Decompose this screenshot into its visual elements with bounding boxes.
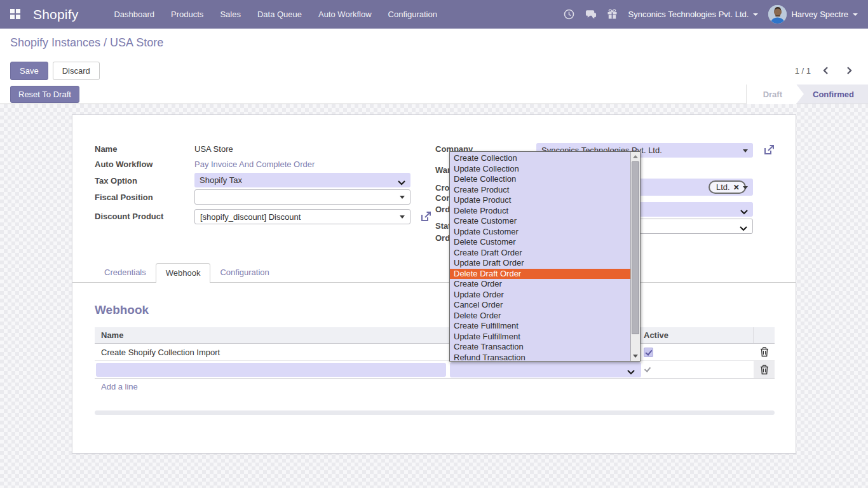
menu-sales[interactable]: Sales [220,10,241,19]
webhook-name-cell[interactable]: Create Shopify Collection Import [95,348,450,357]
chevron-down-icon [753,13,758,16]
discount-product-select[interactable]: [shopify_discount] Discount [194,209,410,224]
table-header: Name Active [95,327,775,344]
discard-button[interactable]: Discard [53,62,100,80]
remove-tag-icon[interactable]: ✕ [733,183,740,192]
dropdown-option[interactable]: Update Order [450,290,630,301]
status-confirmed[interactable]: Confirmed [796,85,868,104]
tax-option-label: Tax Option [95,176,137,186]
dropdown-option[interactable]: Delete Draft Order [450,269,630,280]
avatar [768,5,787,24]
table-row-editing[interactable] [95,361,775,379]
dropdown-option[interactable]: Create Draft Order [450,248,630,259]
dropdown-option[interactable]: Update Draft Order [450,258,630,269]
dropdown-option[interactable]: Delete Customer [450,237,630,248]
clock-icon[interactable] [564,9,575,20]
pager-next-icon[interactable] [846,66,853,75]
status-label-partial: Stat [435,221,451,231]
dropdown-option[interactable]: Update Fulfillment [450,332,630,342]
active-checkbox[interactable] [644,348,653,357]
status-draft[interactable]: Draft [746,85,796,104]
app-brand: Shopify [33,7,78,22]
tab-configuration[interactable]: Configuration [210,263,278,282]
main-menu: Dashboard Products Sales Data Queue Auto… [114,10,437,19]
tax-option-select[interactable]: Shopify Tax [194,173,410,187]
dropdown-option[interactable]: Delete Product [450,206,630,217]
menu-dashboard[interactable]: Dashboard [114,10,154,19]
form-sheet: Name USA Store Auto Workflow Pay Invoice… [72,114,796,454]
delete-row-cell[interactable] [754,361,775,378]
dropdown-options-list: Create Collection Update Collection Dele… [450,152,630,361]
breadcrumb-current: USA Store [110,36,163,49]
dropdown-option[interactable]: Delete Order [450,311,630,322]
pager-previous-icon[interactable] [822,66,829,75]
dropdown-option[interactable]: Update Customer [450,227,630,238]
control-panel: Save Discard 1 / 1 [0,57,868,85]
dropdown-scrollbar[interactable] [630,152,640,361]
webhook-name-input[interactable] [96,363,446,377]
notebook-tabs: Credentials Webhook Configuration [72,263,796,283]
dropdown-option[interactable]: Create Collection [450,153,630,164]
webhook-action-select[interactable] [450,362,641,377]
table-row[interactable]: Create Shopify Collection Import [95,344,775,361]
company-switcher-label: Synconics Technologies Pvt. Ltd. [628,10,749,19]
dropdown-option[interactable]: Refund Transaction [450,353,630,362]
top-navbar: Shopify Dashboard Products Sales Data Qu… [0,0,868,29]
scroll-down-icon[interactable] [631,352,640,360]
name-value[interactable]: USA Store [194,144,233,154]
reset-to-draft-button[interactable]: Reset To Draft [10,86,79,103]
webhook-active-edit-cell [641,361,754,378]
tab-webhook[interactable]: Webhook [156,263,211,283]
menu-configuration[interactable]: Configuration [388,10,437,19]
dropdown-option[interactable]: Cancel Order [450,300,630,311]
company-tag: Ltd. ✕ [709,180,746,194]
dropdown-caret-icon [400,196,405,199]
dropdown-option[interactable]: Update Collection [450,164,630,175]
breadcrumb-parent-link[interactable]: Shopify Instances [10,36,100,49]
menu-data-queue[interactable]: Data Queue [257,10,302,19]
status-widget: Draft Confirmed [746,85,868,104]
delete-row-cell[interactable] [754,344,775,360]
add-a-line-link[interactable]: Add a line [101,382,138,391]
discount-product-label: Discount Product [95,212,163,221]
scrollbar-thumb[interactable] [632,161,639,334]
trash-icon [760,347,769,357]
company-tag-label: Ltd. [716,182,730,192]
breadcrumb-separator: / [100,36,110,49]
dropdown-option[interactable]: Update Product [450,195,630,206]
menu-products[interactable]: Products [171,10,203,19]
active-checkbox[interactable] [644,365,652,374]
external-link-icon[interactable] [763,144,775,156]
gift-icon[interactable] [607,9,618,20]
user-name: Harvey Spectre [791,10,848,19]
column-header-active[interactable]: Active [641,327,754,343]
column-header-name[interactable]: Name [95,327,450,343]
dropdown-caret-icon [743,186,748,189]
chat-icon[interactable] [585,9,597,20]
dropdown-option[interactable]: Create Transaction [450,342,630,353]
breadcrumb: Shopify Instances / USA Store [10,36,163,50]
scroll-up-icon[interactable] [631,152,640,161]
apps-grid-icon[interactable] [10,9,22,20]
dropdown-option[interactable]: Delete Collection [450,174,630,185]
warehouse-label-partial: War [435,165,451,175]
auto-workflow-link[interactable]: Pay Invoice And Complete Order [194,159,315,169]
menu-auto-workflow[interactable]: Auto Workflow [318,10,372,19]
fiscal-position-label: Fiscal Position [95,193,153,202]
name-label: Name [95,144,117,154]
tab-credentials[interactable]: Credentials [95,263,156,282]
fiscal-position-select[interactable] [194,189,410,205]
user-menu[interactable]: Harvey Spectre [768,5,858,24]
discount-product-value: [shopify_discount] Discount [200,212,301,222]
company-switcher[interactable]: Synconics Technologies Pvt. Ltd. [628,10,759,19]
breadcrumb-bar: Shopify Instances / USA Store [0,29,868,57]
pager: 1 / 1 [795,66,858,76]
dropdown-option[interactable]: Create Fulfillment [450,321,630,332]
dropdown-option[interactable]: Create Order [450,279,630,290]
dropdown-option[interactable]: Create Product [450,185,630,196]
external-link-icon[interactable] [419,210,432,223]
webhook-active-cell [641,344,754,360]
save-button[interactable]: Save [10,62,48,80]
dropdown-option[interactable]: Create Customer [450,216,630,227]
horizontal-scrollbar[interactable] [95,410,775,415]
